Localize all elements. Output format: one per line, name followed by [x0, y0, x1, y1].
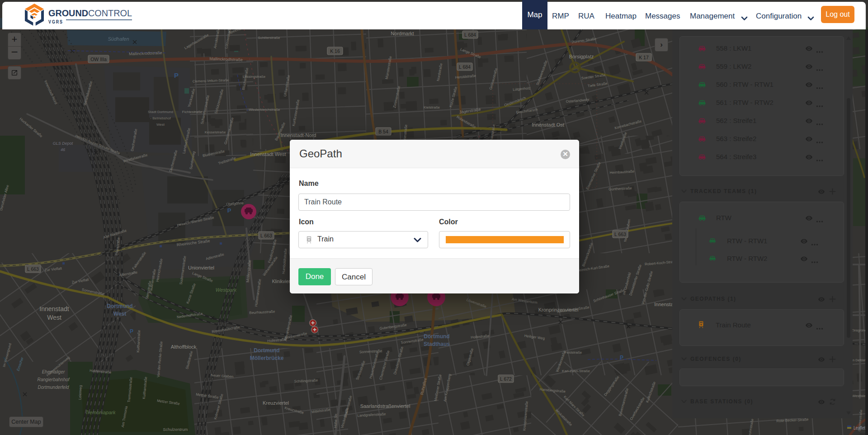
svg-text:Fichtestraße: Fichtestraße	[182, 110, 203, 114]
svg-text:West: West	[156, 123, 165, 127]
svg-text:L 663: L 663	[260, 233, 272, 238]
svg-text:P: P	[620, 355, 623, 361]
svg-text:L 663: L 663	[614, 232, 626, 237]
svg-text:Stadt Dortmund: Stadt Dortmund	[148, 110, 173, 114]
svg-text:Westerbleichstraße: Westerbleichstraße	[249, 108, 280, 112]
svg-text:K 16: K 16	[330, 48, 340, 54]
svg-text:Dortmund: Dortmund	[254, 347, 279, 354]
svg-text:CONTROL: CONTROL	[88, 8, 132, 18]
svg-text:Kesselstraße: Kesselstraße	[205, 130, 226, 134]
svg-text:Leaflet: Leaflet	[854, 425, 865, 430]
svg-text:Südhafen: Südhafen	[108, 36, 129, 42]
svg-text:Leierweg: Leierweg	[78, 385, 83, 400]
svg-text:GLS Depot: GLS Depot	[53, 141, 73, 146]
svg-text:B 54: B 54	[378, 129, 388, 134]
svg-text:Möllerbrücke: Möllerbrücke	[250, 355, 284, 361]
svg-text:Zinsgrüne: Zinsgrüne	[851, 328, 866, 332]
svg-text:Nordmarkt: Nordmarkt	[391, 31, 414, 36]
svg-text:Stadthaus: Stadthaus	[424, 341, 450, 347]
svg-text:Kielstraße: Kielstraße	[424, 105, 440, 109]
svg-text:Dortmund: Dortmund	[107, 303, 132, 309]
svg-text:GROUND: GROUND	[48, 8, 88, 18]
svg-text:P: P	[227, 207, 231, 214]
svg-text:OW IIIa: OW IIIa	[90, 57, 107, 62]
svg-text:P: P	[130, 328, 133, 335]
svg-text:Hohe Str.: Hohe Str.	[333, 413, 338, 428]
svg-text:Innenstadt: Innenstadt	[39, 305, 69, 312]
svg-text:Dortmund: Dortmund	[424, 333, 449, 340]
svg-text:Kronprinzenviertel: Kronprinzenviertel	[538, 307, 579, 312]
svg-text:L 672: L 672	[500, 376, 512, 382]
svg-text:Kreuzviertel: Kreuzviertel	[263, 400, 289, 406]
svg-text:Schillerstraße: Schillerstraße	[258, 36, 280, 40]
svg-text:Tremoniapark: Tremoniapark	[85, 410, 116, 415]
svg-text:- Betriebshof: - Betriebshof	[150, 116, 171, 120]
svg-text:Karl-Zahn-Straße: Karl-Zahn-Straße	[562, 369, 590, 373]
svg-text:Althoffblock: Althoffblock	[171, 344, 197, 350]
svg-text:Ehemaliger: Ehemaliger	[42, 369, 65, 374]
svg-text:Saarlandstraßenviertel: Saarlandstraßenviertel	[360, 403, 410, 409]
svg-text:46: 46	[61, 147, 65, 152]
svg-text:Innenstadt West: Innenstadt West	[250, 151, 286, 157]
svg-text:Westpark: Westpark	[216, 287, 237, 293]
svg-text:Unionviertel: Unionviertel	[188, 265, 214, 270]
svg-text:West: West	[113, 311, 126, 317]
svg-text:Dortmunderfeld: Dortmunderfeld	[38, 385, 69, 390]
svg-text:VGRS: VGRS	[48, 19, 63, 24]
svg-text:L 684: L 684	[459, 64, 471, 70]
svg-text:Feldstraße: Feldstraße	[565, 350, 582, 355]
svg-text:West: West	[47, 314, 61, 321]
svg-text:Innenstadt Ost: Innenstadt Ost	[532, 122, 564, 128]
svg-text:P: P	[174, 71, 179, 79]
svg-text:L 684: L 684	[464, 32, 476, 38]
svg-text:Schulzentrum: Schulzentrum	[163, 427, 188, 432]
svg-text:Borsigplatz: Borsigplatz	[569, 54, 594, 59]
svg-text:Rangierbahnhof: Rangierbahnhof	[37, 377, 70, 382]
svg-text:Innenstadt-Nord: Innenstadt-Nord	[281, 132, 316, 138]
svg-text:K 17: K 17	[639, 55, 649, 60]
svg-text:L 663: L 663	[27, 266, 39, 272]
